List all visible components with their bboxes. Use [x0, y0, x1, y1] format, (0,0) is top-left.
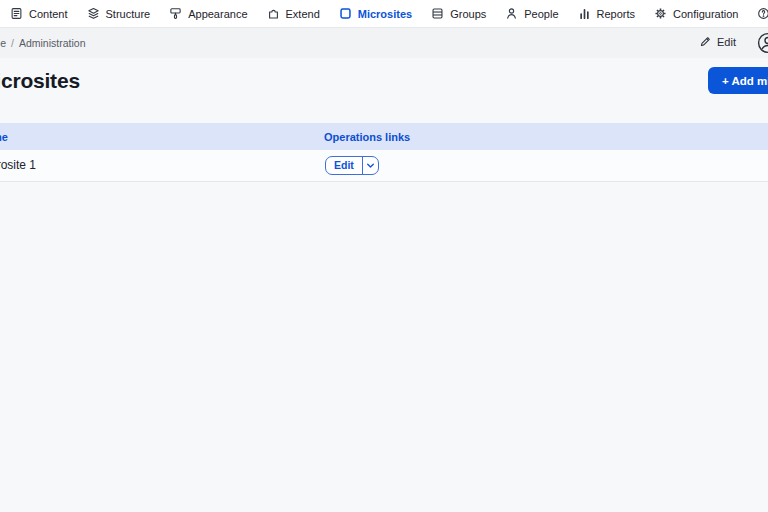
extend-icon [267, 7, 280, 20]
edit-button[interactable]: Edit [326, 157, 362, 174]
toolbar-item-groups[interactable]: Groups [431, 7, 486, 20]
toolbar-item-appearance[interactable]: Appearance [169, 7, 247, 20]
page-content: Home/Administration Edit Microsite [0, 28, 768, 512]
page-edit-link[interactable]: Edit [699, 35, 736, 48]
toolbar-item-label: Structure [106, 8, 151, 20]
toolbar-item-reports[interactable]: Reports [578, 7, 636, 20]
toolbar-item-content[interactable]: Content [10, 7, 68, 20]
toolbar-item-people[interactable]: People [505, 7, 558, 20]
toolbar-item-label: Appearance [188, 8, 247, 20]
toolbar-item-label: Groups [450, 8, 486, 20]
breadcrumb-separator: / [11, 37, 14, 49]
operations-cell: Edit [324, 150, 768, 181]
toolbar-item-extend[interactable]: Extend [267, 7, 320, 20]
toolbar-item-microsites[interactable]: Microsites [339, 7, 412, 20]
edit-split-button: Edit [325, 156, 379, 175]
table-header-row: Name Operations links [0, 123, 768, 150]
toolbar-item-label: Configuration [673, 8, 738, 20]
column-header-operations: Operations links [324, 123, 768, 150]
chevron-down-icon [366, 162, 375, 169]
page-edit-label: Edit [717, 36, 736, 48]
table-row: Microsite 1 Edit [0, 150, 768, 181]
column-header-name: Name [0, 123, 324, 150]
groups-icon [431, 7, 444, 20]
breadcrumb-administration[interactable]: Administration [19, 37, 86, 49]
topbar: Home/Administration Edit [0, 28, 768, 58]
title-row: Microsites + Add microsite [0, 58, 768, 123]
toolbar-item-label: People [524, 8, 558, 20]
edit-dropdown-toggle[interactable] [362, 157, 378, 174]
microsites-icon [339, 7, 352, 20]
help-icon [757, 7, 768, 20]
structure-icon [87, 7, 100, 20]
toolbar-item-label: Content [29, 8, 68, 20]
people-icon [505, 7, 518, 20]
add-microsite-button[interactable]: + Add microsite [708, 67, 768, 94]
breadcrumb: Home/Administration [0, 37, 85, 49]
toolbar-item-label: Reports [597, 8, 636, 20]
content-icon [10, 7, 23, 20]
toolbar-item-structure[interactable]: Structure [87, 7, 151, 20]
appearance-icon [169, 7, 182, 20]
microsite-name-cell: Microsite 1 [0, 150, 324, 181]
toolbar-item-configuration[interactable]: Configuration [654, 7, 738, 20]
toolbar-item-help[interactable]: Help [757, 7, 768, 20]
breadcrumb-home[interactable]: Home [0, 37, 6, 49]
user-avatar[interactable] [757, 32, 768, 54]
microsites-table: Name Operations links Microsite 1 Edit [0, 123, 768, 182]
admin-toolbar: Content Structure Appearance Ext [0, 0, 768, 28]
toolbar-item-label: Microsites [358, 8, 412, 20]
account-circle-icon [757, 32, 768, 54]
pencil-icon [699, 35, 712, 48]
toolbar-item-label: Extend [286, 8, 320, 20]
page-title: Microsites [0, 66, 80, 96]
configuration-icon [654, 7, 667, 20]
reports-icon [578, 7, 591, 20]
